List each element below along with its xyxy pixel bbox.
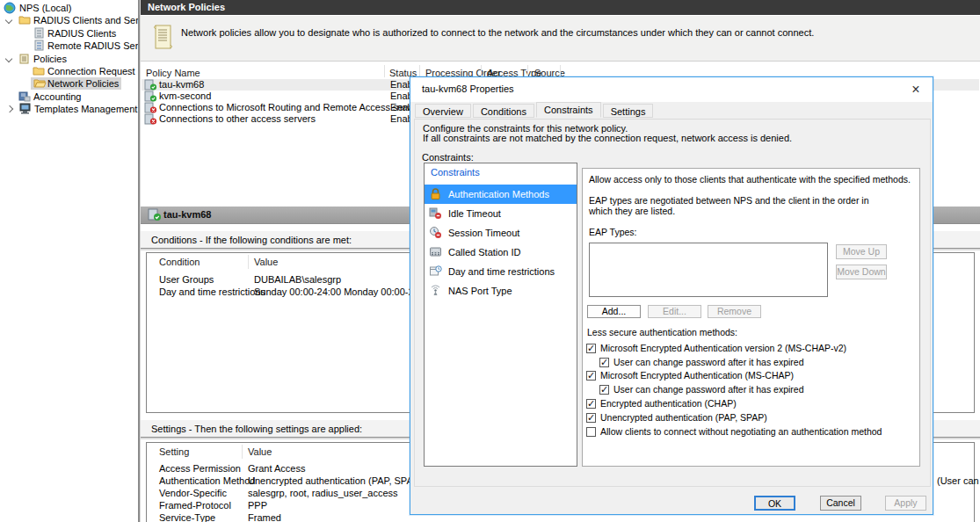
tab-overview[interactable]: Overview [415,104,471,118]
less-secure-label: Less secure authentication methods: [587,327,737,337]
checkbox-icon[interactable] [586,344,596,353]
column-header-policy-name[interactable]: Policy Name [146,68,200,78]
constraint-authentication-methods[interactable]: Authentication Methods [425,185,577,204]
constraint-nas-port-type[interactable]: NAS Port Type [425,281,577,301]
tree-item-accounting[interactable]: Accounting [0,91,138,103]
checkbox-ms-chap-v2-pw-change[interactable]: User can change password after it has ex… [599,357,804,368]
checkbox-chap[interactable]: Encrypted authentication (CHAP) [586,398,737,410]
chevron-right-icon[interactable] [6,105,13,112]
constraint-label: Idle Timeout [448,204,501,223]
nps-console-window: NPS (Local) RADIUS Clients and Servers R… [0,0,980,522]
checkbox-label: Allow clients to connect without negotia… [600,426,882,437]
conditions-title: Conditions - If the following conditions… [151,235,352,245]
antenna-icon [429,284,442,303]
tree-item-remote-radius-server[interactable]: Remote RADIUS Server [0,40,138,52]
edit-button[interactable]: Edit... [648,305,701,318]
checkbox-icon[interactable] [586,399,596,409]
chevron-down-icon[interactable] [5,55,12,62]
checkbox-icon[interactable] [599,385,609,395]
column-separator[interactable] [242,445,243,459]
eap-types-label: EAP Types: [589,227,636,237]
checkbox-icon[interactable] [586,413,596,423]
condition-name: User Groups [159,274,214,285]
move-down-button[interactable]: Move Down [836,265,887,279]
checkbox-ms-chap-pw-change[interactable]: User can change password after it has ex… [599,384,804,395]
tree-item-network-policies[interactable]: Network Policies [0,77,138,90]
checkbox-icon[interactable] [586,371,596,381]
column-separator[interactable] [419,65,420,77]
constraints-list-header: Constraints [431,167,480,178]
tree-label: Connection Request Po [47,65,138,77]
constraint-label: Called Station ID [448,243,521,262]
constraint-day-time-restrictions[interactable]: Day and time restrictions [425,262,577,281]
checkbox-label: User can change password after it has ex… [613,357,804,367]
tree-item-nps-local[interactable]: NPS (Local) [0,2,138,14]
setting-value: salesgrp, root, radius_user_access [248,488,398,498]
description-banner: Network policies allow you to designate … [141,16,980,62]
add-button[interactable]: Add... [587,305,641,318]
tree-item-radius-clients-servers[interactable]: RADIUS Clients and Servers [0,14,138,26]
column-separator[interactable] [248,255,249,269]
tab-constraints[interactable]: Constraints [536,102,601,118]
setting-name: Access Permission [159,463,241,474]
properties-dialog: tau-kvm68 Properties × Overview Conditio… [410,76,933,515]
tree-label: Policies [33,53,67,65]
cancel-button[interactable]: Cancel [820,496,861,511]
tree-label: NPS (Local) [19,2,71,14]
checkbox-pap-spap[interactable]: Unencrypted authentication (PAP, SPAP) [586,412,767,424]
chevron-down-icon[interactable] [5,17,12,24]
tab-settings[interactable]: Settings [603,104,654,118]
condition-value: DUBAILAB\salesgrp [254,274,341,285]
policy-grant-icon [148,208,162,223]
checkbox-ms-chap-v2[interactable]: Microsoft Encrypted Authentication versi… [586,343,846,354]
setting-name: Authentication Method [159,475,255,486]
checkbox-label: Microsoft Encrypted Authentication versi… [600,343,846,353]
tree-label: Templates Management [34,103,137,115]
checkbox-icon[interactable] [599,358,609,367]
results-pane-title: Network Policies [141,0,980,15]
policy-name: tau-kvm68 [159,79,204,91]
tree-item-connection-request-policies[interactable]: Connection Request Po [0,65,138,77]
settings-col-value[interactable]: Value [248,446,272,457]
authentication-methods-panel: Allow access only to those clients that … [582,168,920,467]
column-separator[interactable] [481,65,482,77]
move-up-button[interactable]: Move Up [836,244,887,259]
tab-conditions[interactable]: Conditions [473,104,534,118]
dialog-titlebar[interactable]: tau-kvm68 Properties × [410,77,933,102]
tree-label: RADIUS Clients and Servers [33,14,138,26]
constraint-label: Authentication Methods [448,185,549,204]
constraint-session-timeout[interactable]: Session Timeout [425,223,577,243]
column-separator[interactable] [384,65,385,77]
tree-label: Accounting [33,91,81,103]
dialog-tabs: Overview Conditions Constraints Settings [415,104,652,120]
tree-label: Network Policies [47,78,119,89]
setting-value: Framed [248,512,281,522]
conditions-col-value[interactable]: Value [254,257,278,267]
column-separator[interactable] [560,65,561,77]
server-group-icon [34,40,45,54]
constraint-label: Session Timeout [448,223,519,243]
checkbox-ms-chap[interactable]: Microsoft Encrypted Authentication (MS-C… [586,370,794,381]
close-icon[interactable]: × [906,80,926,99]
selected-policy-name: tau-kvm68 [163,209,211,220]
checkbox-label: User can change password after it has ex… [613,384,804,395]
eap-types-listbox[interactable] [589,243,828,297]
policy-name: Connections to Microsoft Routing and Rem… [159,102,420,113]
checkbox-icon[interactable] [586,427,596,437]
column-separator[interactable] [527,65,528,77]
apply-button[interactable]: Apply [885,496,926,511]
constraint-idle-timeout[interactable]: Idle Timeout [425,204,577,223]
settings-title: Settings - Then the following settings a… [151,424,362,434]
checkbox-allow-no-negotiation[interactable]: Allow clients to connect without negotia… [586,426,882,438]
tree-item-templates-management[interactable]: Templates Management [0,103,138,115]
checkbox-label: Unencrypted authentication (PAP, SPAP) [600,412,767,423]
remove-button[interactable]: Remove [708,305,761,318]
tree-item-radius-clients[interactable]: RADIUS Clients [0,27,138,40]
settings-col-setting[interactable]: Setting [159,446,189,457]
constraint-called-station-id[interactable]: Called Station ID [425,243,577,262]
tree-item-policies[interactable]: Policies [0,53,138,65]
conditions-col-condition[interactable]: Condition [159,257,200,267]
dialog-title: tau-kvm68 Properties [422,83,514,94]
condition-name: Day and time restrictions [159,286,265,297]
ok-button[interactable]: OK [754,496,795,511]
